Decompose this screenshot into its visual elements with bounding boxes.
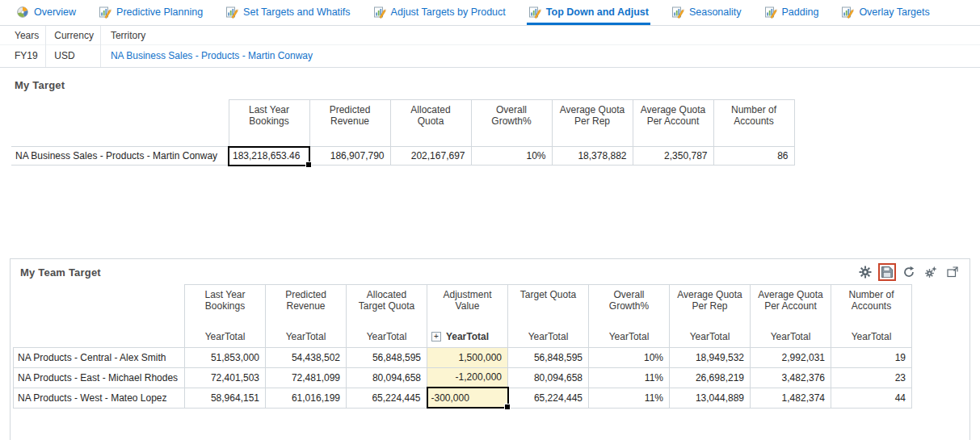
- focused-cell-last-year-bookings[interactable]: 183,218,653.46: [229, 147, 309, 166]
- grid-cell[interactable]: 23: [831, 367, 912, 388]
- tab-label: Top Down and Adjust: [546, 6, 649, 18]
- team-target-grid: Last Year Bookings Predicted Revenue All…: [13, 284, 912, 409]
- col-header-allocated-quota: Allocated Quota: [390, 100, 471, 147]
- adjustment-cell[interactable]: -1,200,000: [427, 367, 508, 388]
- grid-cell[interactable]: 56,848,595: [508, 347, 589, 367]
- corner-header: [14, 284, 185, 347]
- grid-cell[interactable]: 11%: [589, 367, 670, 388]
- col-header-last-year-bookings: Last Year Bookings: [229, 100, 309, 147]
- grid-cell[interactable]: 18,949,532: [670, 347, 751, 367]
- tab-label: Padding: [782, 6, 819, 18]
- grid-cell[interactable]: 26,698,219: [670, 367, 751, 388]
- subheader-yeartotal: YearTotal: [347, 327, 427, 347]
- col-header-predicted-revenue: Predicted Revenue: [309, 100, 390, 147]
- grid-cell[interactable]: 80,094,658: [347, 367, 427, 388]
- tab-padding[interactable]: Padding: [763, 0, 821, 25]
- grid-cell[interactable]: 44: [831, 388, 912, 408]
- col-header-target-quota: Target Quota: [508, 284, 589, 327]
- tab-overlay-targets[interactable]: Overlay Targets: [839, 0, 931, 25]
- grid-cell[interactable]: 61,016,199: [266, 388, 347, 408]
- grid-cell[interactable]: 86: [713, 147, 794, 166]
- adjustment-cell[interactable]: 1,500,000: [427, 347, 508, 367]
- grid-cell[interactable]: 56,848,595: [347, 347, 427, 367]
- grid-cell[interactable]: 11%: [589, 388, 670, 408]
- years-value: FY19: [0, 45, 45, 67]
- grid-cell[interactable]: 1,482,374: [751, 388, 831, 408]
- grid-cell[interactable]: 19: [831, 347, 912, 367]
- context-bar: Years FY19 Currency USD Territory NA Bus…: [0, 26, 980, 68]
- tab-label: Set Targets and Whatifs: [243, 6, 350, 18]
- row-label: NA Products - Central - Alex Smith: [14, 347, 185, 367]
- detach-icon: [946, 266, 959, 279]
- grid-cell[interactable]: 18,378,882: [552, 147, 633, 166]
- grid-cell[interactable]: 72,481,099: [266, 367, 347, 388]
- row-label: NA Business Sales - Products - Martin Co…: [11, 147, 229, 166]
- grid-cell[interactable]: 186,907,790: [309, 147, 390, 166]
- col-header-number-of-accounts: Number of Accounts: [713, 100, 794, 147]
- edit-chart-icon: [671, 6, 684, 19]
- grid-cell[interactable]: 3,482,376: [751, 367, 831, 388]
- grid-cell[interactable]: 10%: [471, 147, 552, 166]
- grid-cell[interactable]: 51,853,000: [185, 347, 266, 367]
- tab-label: Predictive Planning: [116, 6, 203, 18]
- grid-cell[interactable]: 58,964,151: [185, 388, 266, 408]
- context-territory: Territory NA Business Sales - Products -…: [101, 26, 980, 67]
- panel-toolbar: [858, 265, 960, 279]
- context-currency: Currency USD: [46, 26, 101, 67]
- table-row: NA Business Sales - Products - Martin Co…: [11, 147, 794, 166]
- subheader-yeartotal: YearTotal: [185, 327, 266, 347]
- expand-icon[interactable]: +: [431, 332, 441, 342]
- my-target-grid: Last Year Bookings Predicted Revenue All…: [11, 99, 795, 166]
- save-icon: [881, 266, 894, 279]
- grid-cell[interactable]: 13,044,889: [670, 388, 751, 408]
- tab-set-targets-and-whatifs[interactable]: Set Targets and Whatifs: [224, 0, 351, 25]
- row-label: NA Products - West - Mateo Lopez: [14, 388, 185, 408]
- gear-advanced-button[interactable]: [923, 265, 938, 279]
- grid-cell[interactable]: 54,438,502: [266, 347, 347, 367]
- tab-label: Seasonality: [689, 6, 742, 18]
- save-button[interactable]: [880, 265, 894, 279]
- grid-cell[interactable]: 80,094,658: [508, 367, 589, 388]
- overview-icon: [16, 6, 29, 19]
- table-row: NA Products - West - Mateo Lopez 58,964,…: [14, 388, 912, 408]
- subheader-yeartotal: YearTotal: [751, 327, 831, 347]
- gear-star-icon: [924, 266, 937, 279]
- grid-cell[interactable]: 65,224,445: [508, 388, 589, 408]
- tab-predictive-planning[interactable]: Predictive Planning: [97, 0, 204, 25]
- tab-adjust-targets-by-product[interactable]: Adjust Targets by Product: [372, 0, 507, 25]
- edit-chart-icon: [764, 6, 777, 19]
- edit-chart-icon: [528, 6, 541, 19]
- territory-label: Territory: [101, 26, 980, 45]
- tab-bar: Overview Predictive Planning Set Targets…: [0, 0, 980, 26]
- focused-adjustment-cell[interactable]: -300,000: [427, 388, 508, 408]
- col-header-overall-growth: Overall Growth%: [589, 284, 670, 327]
- subheader-yeartotal: YearTotal: [670, 327, 751, 347]
- tab-overview[interactable]: Overview: [15, 0, 78, 25]
- subheader-yeartotal: YearTotal: [831, 327, 912, 347]
- col-header-avg-quota-per-account: Average Quota Per Account: [751, 284, 831, 327]
- grid-cell[interactable]: 72,401,503: [185, 367, 266, 388]
- gear-icon: [859, 266, 872, 279]
- tab-label: Overlay Targets: [859, 6, 929, 18]
- currency-label: Currency: [46, 26, 100, 45]
- grid-cell[interactable]: 202,167,697: [390, 147, 471, 166]
- detach-button[interactable]: [945, 265, 960, 279]
- grid-cell[interactable]: 65,224,445: [347, 388, 427, 408]
- grid-cell[interactable]: 10%: [589, 347, 670, 367]
- tab-seasonality[interactable]: Seasonality: [670, 0, 743, 25]
- panel-header: My Team Target: [11, 259, 969, 284]
- subheader-yeartotal: YearTotal: [589, 327, 670, 347]
- territory-link[interactable]: NA Business Sales - Products - Martin Co…: [111, 50, 313, 61]
- gear-button[interactable]: [858, 265, 873, 279]
- col-header-allocated-target-quota: Allocated Target Quota: [347, 284, 427, 327]
- grid-cell[interactable]: 2,350,787: [633, 147, 713, 166]
- refresh-button[interactable]: [902, 265, 916, 279]
- col-header-avg-quota-per-rep: Average Quota Per Rep: [552, 100, 633, 147]
- tab-top-down-and-adjust[interactable]: Top Down and Adjust: [527, 0, 650, 25]
- edit-chart-icon: [225, 6, 238, 19]
- subheader-yeartotal: YearTotal: [508, 327, 589, 347]
- grid-cell[interactable]: 2,992,031: [751, 347, 831, 367]
- corner-header: [11, 100, 229, 147]
- subheader-yeartotal: YearTotal: [266, 327, 347, 347]
- subheader-yeartotal-adjustment: + YearTotal: [427, 327, 508, 347]
